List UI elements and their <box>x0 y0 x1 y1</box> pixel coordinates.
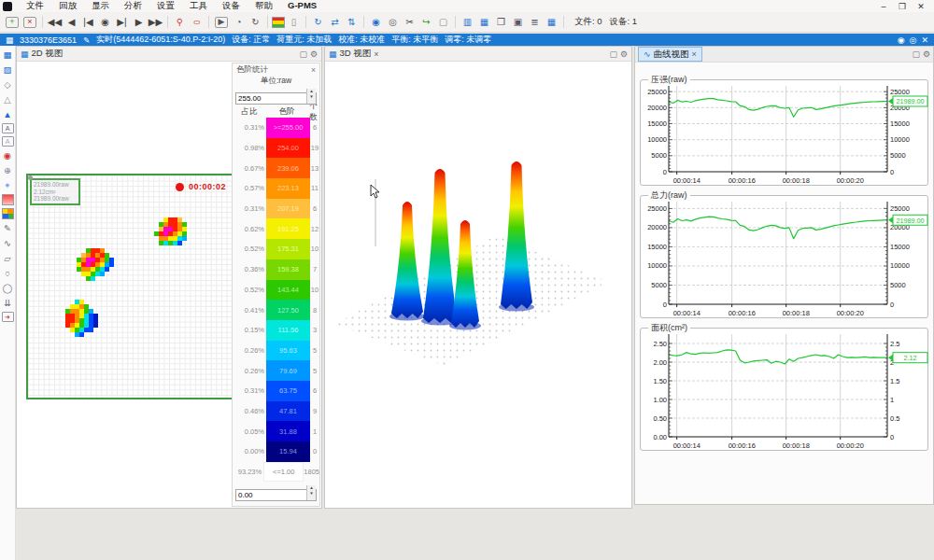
edit-icon[interactable]: ✎ <box>83 35 90 45</box>
view-grid-icon[interactable]: ▦ <box>2 49 14 61</box>
close-button[interactable]: ✕ <box>913 2 928 11</box>
menu-item-5[interactable]: 设置 <box>150 0 181 12</box>
export-icon[interactable]: ↪ <box>418 15 434 29</box>
probe-pin-icon[interactable]: ⌖ <box>2 179 14 191</box>
clear-data-icon[interactable]: ▯ <box>286 15 302 29</box>
average-a-icon[interactable]: A <box>2 123 14 133</box>
color-scale-row[interactable]: 0.00%15.940 <box>233 441 319 462</box>
maximize-button[interactable]: ❐ <box>895 2 910 11</box>
min-value-spinner[interactable]: ▲▼ <box>306 485 316 500</box>
prism-active-icon[interactable]: ▲ <box>2 108 14 120</box>
pencil-icon[interactable]: ✎ <box>2 222 14 234</box>
color-scale-row[interactable]: 0.36%159.387 <box>233 259 319 280</box>
menu-item-3[interactable]: 显示 <box>85 0 116 12</box>
gauge-icon[interactable]: ◔ <box>231 15 247 29</box>
close-view-icon[interactable]: × <box>23 17 36 28</box>
color-scale-row[interactable]: 0.52%175.3110 <box>233 239 319 259</box>
close-panel-icon[interactable]: × <box>311 65 316 75</box>
color-scale-row[interactable]: 0.98%254.0019 <box>233 138 319 159</box>
settings-gear-icon[interactable]: ⚙ <box>923 49 930 59</box>
target-icon[interactable]: ◎ <box>385 15 401 29</box>
color-scale-row[interactable]: 93.23%<=1.001805 <box>233 462 319 483</box>
average-b-icon[interactable]: A <box>2 136 14 147</box>
fast-backward-icon[interactable]: ◀◀ <box>47 15 63 29</box>
polyline-icon[interactable]: ∿ <box>2 237 14 249</box>
min-value-input[interactable] <box>235 489 317 501</box>
rotate-icon[interactable]: ↻ <box>310 15 326 29</box>
heatmap-canvas[interactable]: 21989.00raw 2.12cm² 21989.00raw 00:00:02 <box>26 174 239 399</box>
color-scale-row[interactable]: 0.57%223.1311 <box>233 178 319 199</box>
color-scale-row[interactable]: 0.31%207.196 <box>233 199 319 219</box>
menu-item-9[interactable]: G-PMS <box>281 0 323 12</box>
color-scale-row[interactable]: 0.15%111.563 <box>233 320 319 341</box>
polygon-icon[interactable]: ▱ <box>2 252 14 264</box>
color-scale-row[interactable]: 0.26%79.695 <box>233 360 319 381</box>
layout-list-icon[interactable]: ≣ <box>527 15 543 29</box>
layout-grid-icon[interactable]: ▦ <box>476 15 492 29</box>
profile-icon[interactable]: ⊕ <box>2 164 14 176</box>
menu-item-7[interactable]: 设备 <box>216 0 247 12</box>
layout-tiles-icon[interactable]: ▦ <box>544 15 559 29</box>
flatten-icon[interactable]: ⇊ <box>2 297 14 309</box>
gradient-icon[interactable] <box>2 194 14 205</box>
color-scale-row[interactable]: 0.26%95.635 <box>233 341 319 361</box>
color-scale-row[interactable]: 0.46%47.819 <box>233 401 319 422</box>
color-scale-row[interactable]: 0.05%31.881 <box>233 421 319 441</box>
color-scale-row[interactable]: 0.31%>=255.006 <box>233 118 319 138</box>
stop-record-icon[interactable]: ◉ <box>97 15 113 29</box>
surface-3d-view[interactable] <box>325 62 631 508</box>
flip-vertical-icon[interactable]: ⇅ <box>344 15 360 29</box>
layout-monitor-icon[interactable]: ▣ <box>510 15 526 29</box>
menu-item-8[interactable]: 帮助 <box>248 0 279 12</box>
menu-item-2[interactable]: 回放 <box>52 0 83 12</box>
skip-to-end-icon[interactable]: ▶| <box>114 15 130 29</box>
step-backward-icon[interactable]: ◀ <box>64 15 79 29</box>
color-scale-row[interactable]: 0.62%191.2512 <box>233 218 319 239</box>
circle-roi-icon[interactable]: ○ <box>2 267 14 279</box>
tab-curve-view[interactable]: ∿ 曲线视图 × <box>638 47 702 62</box>
ellipse-roi-icon[interactable]: ◯ <box>2 282 14 294</box>
menu-item-4[interactable]: 分析 <box>118 0 149 12</box>
layout-frame-icon[interactable]: ❐ <box>493 15 509 29</box>
expand-icon[interactable]: ▢ <box>912 49 920 59</box>
fast-forward-icon[interactable]: ▶▶ <box>148 15 163 29</box>
prism-icon[interactable]: △ <box>2 93 14 105</box>
play-icon[interactable]: ▶ <box>131 15 147 29</box>
menu-item-6[interactable]: 工具 <box>183 0 214 12</box>
frame-select-icon[interactable]: ▢ <box>435 15 451 29</box>
layout-columns-icon[interactable]: ▥ <box>460 15 475 29</box>
target-active-icon[interactable]: ◉ <box>368 15 384 29</box>
loop-play-icon[interactable]: ↻ <box>248 15 263 29</box>
float-icon[interactable]: ◉ <box>898 35 905 45</box>
color-scale-row[interactable]: 0.41%127.508 <box>233 300 319 320</box>
settings-gear-icon[interactable]: ⚙ <box>310 49 318 59</box>
settings-gear-icon[interactable]: ⚙ <box>620 49 628 59</box>
quad-colors-icon[interactable] <box>2 208 14 219</box>
minimize-button[interactable]: – <box>876 2 891 11</box>
loop-region-icon[interactable]: ○ <box>185 15 209 29</box>
video-player-icon[interactable]: ▶ <box>215 17 228 28</box>
color-scale-row[interactable]: 0.52%143.4410 <box>233 280 319 301</box>
close-dock-icon[interactable]: ✕ <box>921 35 928 45</box>
snip-icon[interactable]: ✂ <box>402 15 417 29</box>
tooltip-handle[interactable] <box>28 175 33 180</box>
color-scale-icon[interactable] <box>272 17 285 28</box>
color-scale-row[interactable]: 0.67%239.0613 <box>233 158 319 178</box>
close-tab-icon[interactable]: × <box>374 49 378 59</box>
flip-horizontal-icon[interactable]: ⇄ <box>327 15 343 29</box>
record-target-icon[interactable]: ◉ <box>2 149 14 161</box>
max-value-spinner[interactable]: ▲▼ <box>306 89 316 104</box>
dock-icon[interactable]: ◎ <box>910 35 917 45</box>
menu-item-1[interactable]: 文件 <box>20 0 50 12</box>
close-tab-icon[interactable]: × <box>692 49 697 59</box>
toolbar-separator <box>267 16 268 28</box>
brush-icon[interactable]: ▨ <box>2 63 14 76</box>
expand-icon[interactable]: ▢ <box>609 49 617 59</box>
skip-to-start-icon[interactable]: |◀ <box>80 15 96 29</box>
exit-view-icon[interactable]: ➜ <box>2 312 14 322</box>
sensor-node-icon[interactable]: ◇ <box>2 78 14 91</box>
color-scale-row[interactable]: 0.31%63.756 <box>233 381 319 401</box>
max-value-input[interactable] <box>235 92 317 105</box>
expand-icon[interactable]: ▢ <box>299 49 307 59</box>
add-view-icon[interactable]: + <box>6 17 19 28</box>
